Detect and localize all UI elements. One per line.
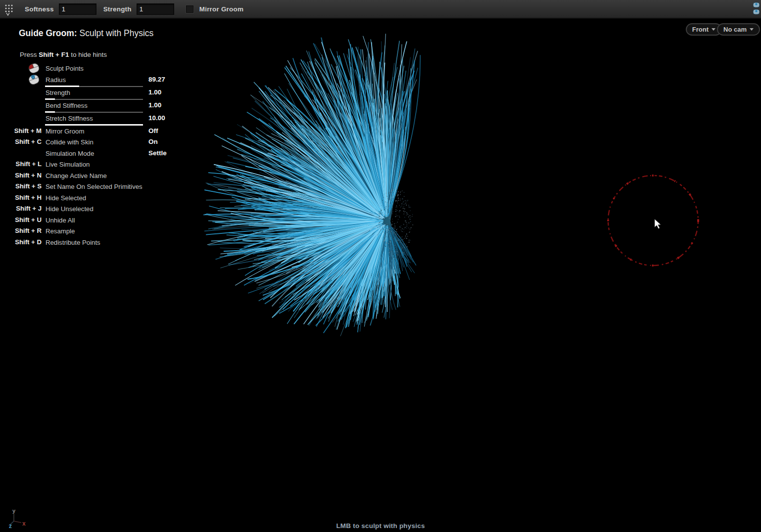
hide-hints-keys: Shift + F1: [39, 51, 69, 58]
camera-select-button[interactable]: No cam: [717, 23, 760, 36]
hint-label: Bend Stiffness: [46, 102, 88, 109]
hint-shortcut: Shift + M: [0, 127, 42, 134]
hint-label: Hide Selected: [46, 194, 86, 202]
softness-label: Softness: [25, 5, 54, 13]
radius-slider[interactable]: [45, 86, 143, 87]
hint-label: Live Simulation: [46, 161, 90, 168]
hint-shortcut: Shift + L: [0, 160, 42, 168]
hint-row: Stretch Stiffness10.00: [0, 113, 213, 126]
hint-value: Settle: [148, 149, 167, 157]
axis-gizmo: y z x: [3, 507, 31, 529]
cursor-arrow-icon: [655, 219, 661, 229]
hint-label: Stretch Stiffness: [46, 115, 93, 122]
hint-row: Shift + HHide Selected: [0, 193, 213, 204]
hint-value: Off: [148, 127, 158, 134]
hint-shortcut: Shift + R: [0, 227, 42, 234]
hint-row: Shift + LLive Simulation: [0, 159, 213, 171]
hide-hints-prefix: Press: [20, 51, 37, 58]
mouse-hints-icon[interactable]: [750, 1, 761, 17]
hint-shortcut: Shift + S: [0, 182, 42, 190]
hint-row: Bend Stiffness1.00: [0, 100, 213, 113]
hint-shortcut: Shift + U: [0, 216, 42, 223]
tool-title: Guide Groom: Sculpt with Physics: [19, 28, 153, 39]
axis-y-label: y: [12, 508, 16, 514]
strength-label: Strength: [103, 5, 132, 13]
slider-fill: [45, 98, 55, 100]
hint-row: Radius89.27: [0, 75, 213, 88]
hide-hints-suffix: to hide hints: [71, 51, 107, 58]
hair-strands: [203, 34, 420, 336]
slider-fill: [45, 124, 143, 126]
camera-select-label: No cam: [723, 26, 747, 33]
axis-x-label: x: [22, 520, 26, 527]
slider-fill: [45, 111, 55, 113]
hint-label: Strength: [46, 89, 70, 96]
hint-rows: Sculpt Points Radius89.27Strength1.00Ben…: [0, 63, 213, 248]
hide-hints-line: Press Shift + F1 to hide hints: [20, 51, 107, 58]
hint-label: Set Name On Selected Primitives: [46, 183, 143, 190]
chevron-down-icon: [750, 28, 754, 31]
strength-input[interactable]: [137, 3, 174, 15]
bend-stiffness-slider[interactable]: [45, 112, 143, 113]
hint-label: Resample: [46, 227, 75, 235]
tool-title-prefix: Guide Groom:: [19, 28, 77, 38]
hint-shortcut: Shift + N: [0, 172, 42, 179]
hint-shortcut: Shift + H: [0, 194, 42, 201]
hint-row: Shift + RResample: [0, 226, 213, 237]
hint-row: Shift + NChange Active Name: [0, 171, 213, 182]
hint-row: Shift + JHide Unselected: [0, 204, 213, 215]
camera-view-button[interactable]: Front: [686, 23, 722, 36]
hint-label: Simulation Mode: [46, 150, 94, 157]
hint-row: Strength1.00: [0, 88, 213, 100]
brush-circle: [608, 176, 698, 266]
hint-label: Collide with Skin: [46, 138, 94, 146]
strength-slider[interactable]: [45, 99, 143, 100]
chevron-down-icon: [712, 28, 715, 31]
hint-row: Shift + SSet Name On Selected Primitives: [0, 181, 213, 193]
hint-shortcut: Shift + J: [0, 205, 42, 212]
mirror-groom-checkbox[interactable]: [186, 5, 193, 13]
hint-row: Shift + DRedistribute Points: [0, 237, 213, 249]
hint-row: Shift + CCollide with SkinOn: [0, 137, 213, 148]
slider-fill: [45, 86, 79, 87]
hint-label: Unhide All: [46, 217, 75, 224]
hint-label: Sculpt Points: [46, 65, 84, 72]
camera-view-label: Front: [692, 26, 709, 33]
mouse-wheel-icon: [26, 73, 43, 88]
hint-row: Shift + UUnhide All: [0, 215, 213, 226]
hint-label: Radius: [46, 76, 66, 84]
toolbar-drag-handle-icon[interactable]: [3, 2, 16, 16]
houdini-viewport-window: Softness Strength Mirror Groom Front No …: [0, 0, 761, 532]
hint-label: Mirror Groom: [46, 128, 84, 135]
stretch-stiffness-slider[interactable]: [45, 125, 143, 126]
operation-toolbar: Softness Strength Mirror Groom: [0, 0, 761, 19]
status-message: LMB to sculpt with physics: [0, 522, 761, 530]
hint-row: Shift + MMirror GroomOff: [0, 126, 213, 137]
hint-value: 1.00: [148, 101, 161, 109]
hint-shortcut: Shift + C: [0, 138, 42, 145]
hint-value: 10.00: [148, 114, 165, 122]
hint-value: 89.27: [148, 76, 165, 83]
mirror-groom-label: Mirror Groom: [199, 5, 243, 13]
hint-value: 1.00: [148, 89, 161, 96]
tool-title-mode: Sculpt with Physics: [80, 28, 154, 38]
hint-row: Simulation ModeSettle: [0, 148, 213, 160]
axis-z-label: z: [9, 523, 12, 529]
hint-label: Change Active Name: [46, 172, 107, 179]
hint-shortcut: Shift + D: [0, 238, 42, 246]
softness-input[interactable]: [59, 3, 96, 15]
hint-value: On: [148, 138, 158, 145]
hint-label: Redistribute Points: [46, 239, 100, 246]
hint-label: Hide Unselected: [46, 205, 94, 213]
